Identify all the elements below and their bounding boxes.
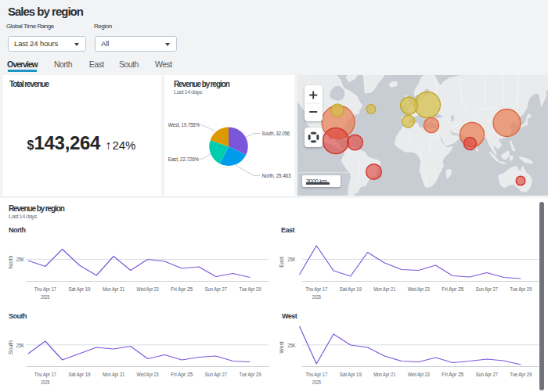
svg-text:Mon Apr 21: Mon Apr 21 [103, 372, 124, 378]
svg-text:25K: 25K [16, 343, 25, 348]
svg-text:Mon Apr 21: Mon Apr 21 [373, 372, 395, 378]
svg-text:Sun Apr 27: Sun Apr 27 [476, 286, 498, 293]
svg-text:South, 32.056: South, 32.056 [262, 131, 290, 136]
svg-text:Fri Apr 25: Fri Apr 25 [171, 286, 193, 293]
svg-text:East, 22.726%: East, 22.726% [168, 156, 199, 162]
svg-text:West: West [279, 341, 284, 354]
svg-text:Sat Apr 19: Sat Apr 19 [68, 372, 90, 378]
svg-text:Mon Apr 21: Mon Apr 21 [103, 286, 124, 293]
svg-text:Tue Apr 29: Tue Apr 29 [510, 286, 532, 293]
svg-text:West, 19.755%: West, 19.755% [168, 122, 200, 128]
svg-text:Wed Apr 23: Wed Apr 23 [137, 286, 159, 293]
svg-text:2025: 2025 [312, 379, 321, 385]
svg-text:Sun Apr 27: Sun Apr 27 [205, 286, 227, 293]
svg-text:Fri Apr 25: Fri Apr 25 [442, 286, 463, 293]
svg-text:North, 25.463: North, 25.463 [262, 173, 291, 178]
svg-text:Wed Apr 23: Wed Apr 23 [408, 286, 430, 293]
svg-text:Thu Apr 17: Thu Apr 17 [34, 286, 56, 293]
svg-text:25K: 25K [16, 257, 25, 262]
svg-text:Wed Apr 23: Wed Apr 23 [137, 372, 159, 378]
svg-text:Thu Apr 17: Thu Apr 17 [305, 372, 327, 378]
svg-text:Tue Apr 29: Tue Apr 29 [239, 286, 261, 293]
svg-text:North: North [8, 255, 13, 268]
svg-text:Sat Apr 19: Sat Apr 19 [340, 372, 362, 378]
svg-text:2025: 2025 [312, 294, 321, 300]
svg-text:Sat Apr 19: Sat Apr 19 [340, 286, 362, 293]
svg-text:2025: 2025 [41, 294, 49, 300]
svg-text:Thu Apr 17: Thu Apr 17 [34, 372, 56, 378]
svg-text:Mon Apr 21: Mon Apr 21 [373, 286, 395, 293]
svg-text:Wed Apr 23: Wed Apr 23 [408, 372, 430, 378]
svg-text:25K: 25K [287, 257, 296, 262]
svg-text:Tue Apr 29: Tue Apr 29 [239, 372, 261, 378]
svg-text:Tue Apr 29: Tue Apr 29 [510, 372, 532, 378]
svg-text:25K: 25K [287, 343, 296, 348]
svg-text:South: South [8, 340, 13, 354]
svg-text:Fri Apr 25: Fri Apr 25 [442, 372, 463, 378]
svg-text:2025: 2025 [41, 379, 49, 385]
svg-text:Fri Apr 25: Fri Apr 25 [171, 372, 193, 378]
svg-text:Sun Apr 27: Sun Apr 27 [205, 372, 227, 378]
svg-text:East: East [279, 257, 284, 268]
svg-text:Sun Apr 27: Sun Apr 27 [476, 372, 498, 378]
svg-text:Thu Apr 17: Thu Apr 17 [305, 286, 327, 293]
svg-text:Sat Apr 19: Sat Apr 19 [68, 286, 90, 293]
